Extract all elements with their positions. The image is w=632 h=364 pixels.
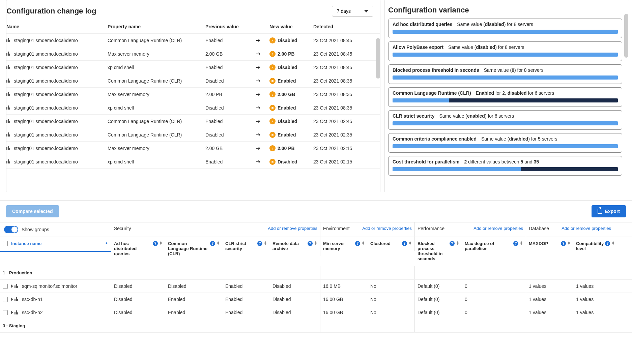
sort-icon: ▲▼ [217,241,220,245]
row-checkbox[interactable] [3,284,8,289]
col-remote[interactable]: Remote data archive?▲▼ [270,237,320,256]
variance-card[interactable]: Common Language Runtime (CLR)Enabled for… [388,87,622,107]
col-maxdop[interactable]: MAXDOP?▲▼ [526,237,573,251]
variance-card[interactable]: Cost threshold for parallelism2 differen… [388,156,622,176]
server-icon [6,52,12,56]
log-row[interactable]: staging01.smdemo.local\demoCommon Langua… [6,34,380,47]
col-property: Property name [108,24,205,29]
range-dropdown[interactable]: 7 days [332,6,373,17]
help-icon[interactable]: ? [153,241,158,246]
help-icon[interactable]: ? [450,241,455,246]
instance-row[interactable]: ssc-db-n1DisabledEnabledEnabledDisabled1… [0,293,632,306]
sort-icon: ▲▼ [362,241,365,245]
change-badge-icon: ↓ [269,91,276,97]
sort-icon: ▲▼ [314,241,317,245]
row-checkbox[interactable] [3,310,8,315]
help-icon[interactable]: ? [257,241,262,246]
server-icon [6,38,12,42]
log-row[interactable]: staging01.smdemo.local\demoMax server me… [6,47,380,61]
arrow-right-icon: ➔ [256,37,260,43]
scrollbar[interactable] [624,14,628,58]
col-adhoc[interactable]: Ad hoc distributed queries?▲▼ [111,237,165,261]
expand-icon[interactable] [11,298,13,301]
help-icon[interactable]: ? [402,241,407,246]
changelog-title: Configuration change log [6,7,96,16]
help-icon[interactable]: ? [605,241,610,246]
arrow-right-icon: ➔ [256,78,260,84]
scrollbar[interactable] [376,38,380,79]
col-compat[interactable]: Compatibility level?▲▼ [573,237,614,256]
log-row[interactable]: staging01.smdemo.local\demoxp cmd shellE… [6,155,380,169]
row-checkbox[interactable] [3,297,8,302]
show-groups-toggle[interactable] [4,226,18,233]
section-performance: Performance [418,226,444,231]
variance-card[interactable]: Ad hoc distributed queriesSame value (di… [388,19,622,38]
variance-card[interactable]: CLR strict securitySame value (enabled) … [388,110,622,130]
arrow-right-icon: ➔ [256,105,260,111]
compare-selected-button[interactable]: Compare selected [6,205,59,217]
help-icon[interactable]: ? [513,241,518,246]
add-remove-database[interactable]: Add or remove properties [562,226,611,231]
chevron-down-icon [364,10,368,12]
help-icon[interactable]: ? [210,241,215,246]
variance-card[interactable]: Blocked process threshold in secondsSame… [388,64,622,84]
arrow-right-icon: ➔ [256,145,260,151]
log-row[interactable]: staging01.smdemo.local\demoMax server me… [6,88,380,101]
group-row[interactable]: 1 - Production [0,266,632,280]
select-all-checkbox[interactable] [3,241,8,246]
help-icon[interactable]: ? [561,241,566,246]
server-icon [6,132,12,136]
add-remove-security[interactable]: Add or remove properties [268,226,317,231]
instance-name-header[interactable]: Instance name ▲ [0,237,111,252]
log-row[interactable]: staging01.smdemo.local\demoMax server me… [6,142,380,155]
change-badge-icon: ≠ [269,64,276,70]
change-badge-icon: ≠ [269,105,276,111]
server-icon [6,79,12,83]
log-row[interactable]: staging01.smdemo.local\demoCommon Langua… [6,74,380,88]
arrow-right-icon: ➔ [256,118,260,124]
section-environment: Environment [323,226,350,231]
log-row[interactable]: staging01.smdemo.local\demoxp cmd shellE… [6,61,380,74]
col-clustered[interactable]: Clustered?▲▼ [368,237,415,251]
change-badge-icon: ≠ [269,78,276,84]
change-badge-icon: ↑ [269,145,276,151]
change-badge-icon: ↑ [269,51,276,57]
sort-icon: ▲▼ [611,241,615,245]
col-minmem[interactable]: Min server memory?▲▼ [320,237,368,256]
col-blocked[interactable]: Blocked process threshold in seconds?▲▼ [415,237,462,266]
compare-label: Compare selected [12,209,53,214]
sort-icon: ▲▼ [567,241,571,245]
arrow-right-icon: ➔ [256,51,260,57]
range-label: 7 days [337,8,351,14]
sort-icon: ▲▼ [520,241,523,245]
arrow-right-icon: ➔ [256,91,260,97]
instance-row[interactable]: sqm-sqlmonitor\sqlmonitorDisabledDisable… [0,280,632,293]
export-button[interactable]: Export [592,205,626,217]
col-maxdop-parallel[interactable]: Max degree of parallelism?▲▼ [462,237,526,256]
sort-icon: ▲▼ [456,241,459,245]
server-icon [15,310,21,314]
show-groups-label: Show groups [22,227,49,232]
help-icon[interactable]: ? [355,241,360,246]
group-row[interactable]: 3 - Staging [0,319,632,333]
add-remove-environment[interactable]: Add or remove properties [362,226,412,231]
change-badge-icon: ≠ [269,132,276,138]
help-icon[interactable]: ? [308,241,313,246]
expand-icon[interactable] [11,284,13,288]
variance-card[interactable]: Common criteria compliance enabledSame v… [388,133,622,153]
arrow-right-icon: ➔ [256,132,260,138]
variance-card[interactable]: Allow PolyBase exportSame value (disable… [388,41,622,61]
sort-icon: ▲▼ [408,241,412,245]
col-name: Name [6,24,108,29]
add-remove-performance[interactable]: Add or remove properties [473,226,523,231]
log-row[interactable]: staging01.smdemo.local\demoxp cmd shellD… [6,101,380,115]
server-icon [6,146,12,150]
log-row[interactable]: staging01.smdemo.local\demoCommon Langua… [6,115,380,128]
col-clrstrict[interactable]: CLR strict security?▲▼ [223,237,270,256]
server-icon [6,65,12,69]
expand-icon[interactable] [11,311,13,314]
change-badge-icon: ≠ [269,159,276,165]
col-clr[interactable]: Common Language Runtime (CLR)?▲▼ [165,237,223,261]
instance-row[interactable]: ssc-db-n2DisabledEnabledEnabledDisabled1… [0,306,632,319]
log-row[interactable]: staging01.smdemo.local\demoCommon Langua… [6,128,380,142]
